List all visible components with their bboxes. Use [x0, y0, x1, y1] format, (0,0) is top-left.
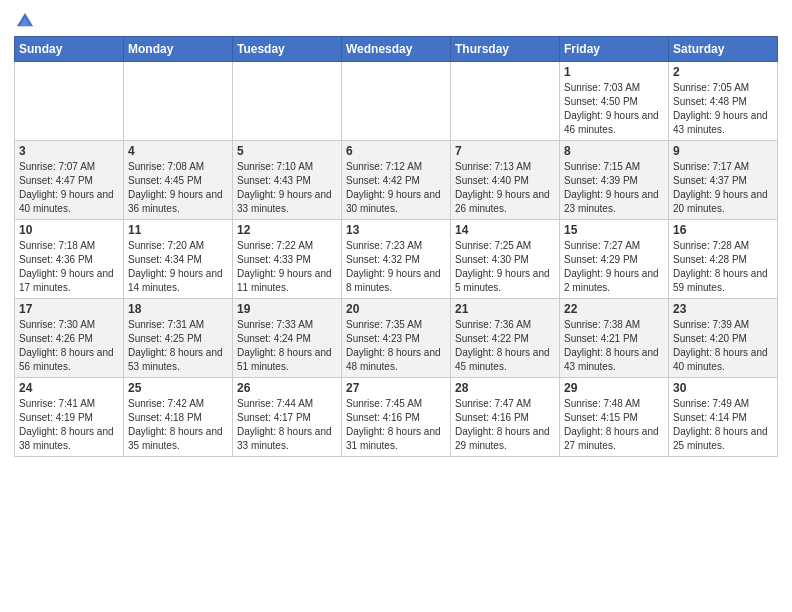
day-info: Sunrise: 7:05 AM Sunset: 4:48 PM Dayligh…	[673, 81, 773, 137]
day-number: 24	[19, 381, 119, 395]
day-number: 13	[346, 223, 446, 237]
week-row-0: 1Sunrise: 7:03 AM Sunset: 4:50 PM Daylig…	[15, 62, 778, 141]
day-number: 22	[564, 302, 664, 316]
logo-icon	[14, 10, 36, 32]
day-cell: 7Sunrise: 7:13 AM Sunset: 4:40 PM Daylig…	[451, 141, 560, 220]
day-cell: 27Sunrise: 7:45 AM Sunset: 4:16 PM Dayli…	[342, 378, 451, 457]
col-header-wednesday: Wednesday	[342, 37, 451, 62]
week-row-2: 10Sunrise: 7:18 AM Sunset: 4:36 PM Dayli…	[15, 220, 778, 299]
day-number: 26	[237, 381, 337, 395]
day-number: 6	[346, 144, 446, 158]
day-number: 2	[673, 65, 773, 79]
day-cell: 18Sunrise: 7:31 AM Sunset: 4:25 PM Dayli…	[124, 299, 233, 378]
day-cell: 20Sunrise: 7:35 AM Sunset: 4:23 PM Dayli…	[342, 299, 451, 378]
day-number: 19	[237, 302, 337, 316]
week-row-4: 24Sunrise: 7:41 AM Sunset: 4:19 PM Dayli…	[15, 378, 778, 457]
day-cell: 10Sunrise: 7:18 AM Sunset: 4:36 PM Dayli…	[15, 220, 124, 299]
week-row-3: 17Sunrise: 7:30 AM Sunset: 4:26 PM Dayli…	[15, 299, 778, 378]
day-cell	[342, 62, 451, 141]
day-cell: 15Sunrise: 7:27 AM Sunset: 4:29 PM Dayli…	[560, 220, 669, 299]
day-cell: 12Sunrise: 7:22 AM Sunset: 4:33 PM Dayli…	[233, 220, 342, 299]
day-number: 1	[564, 65, 664, 79]
week-row-1: 3Sunrise: 7:07 AM Sunset: 4:47 PM Daylig…	[15, 141, 778, 220]
day-info: Sunrise: 7:49 AM Sunset: 4:14 PM Dayligh…	[673, 397, 773, 453]
day-cell: 13Sunrise: 7:23 AM Sunset: 4:32 PM Dayli…	[342, 220, 451, 299]
col-header-tuesday: Tuesday	[233, 37, 342, 62]
day-info: Sunrise: 7:36 AM Sunset: 4:22 PM Dayligh…	[455, 318, 555, 374]
day-info: Sunrise: 7:15 AM Sunset: 4:39 PM Dayligh…	[564, 160, 664, 216]
day-info: Sunrise: 7:35 AM Sunset: 4:23 PM Dayligh…	[346, 318, 446, 374]
day-info: Sunrise: 7:45 AM Sunset: 4:16 PM Dayligh…	[346, 397, 446, 453]
col-header-monday: Monday	[124, 37, 233, 62]
col-header-friday: Friday	[560, 37, 669, 62]
day-number: 21	[455, 302, 555, 316]
day-info: Sunrise: 7:28 AM Sunset: 4:28 PM Dayligh…	[673, 239, 773, 295]
day-info: Sunrise: 7:03 AM Sunset: 4:50 PM Dayligh…	[564, 81, 664, 137]
day-cell: 26Sunrise: 7:44 AM Sunset: 4:17 PM Dayli…	[233, 378, 342, 457]
day-number: 25	[128, 381, 228, 395]
day-cell: 19Sunrise: 7:33 AM Sunset: 4:24 PM Dayli…	[233, 299, 342, 378]
day-number: 27	[346, 381, 446, 395]
day-info: Sunrise: 7:30 AM Sunset: 4:26 PM Dayligh…	[19, 318, 119, 374]
col-header-sunday: Sunday	[15, 37, 124, 62]
day-number: 3	[19, 144, 119, 158]
day-cell: 6Sunrise: 7:12 AM Sunset: 4:42 PM Daylig…	[342, 141, 451, 220]
day-info: Sunrise: 7:48 AM Sunset: 4:15 PM Dayligh…	[564, 397, 664, 453]
day-number: 16	[673, 223, 773, 237]
main-container: SundayMondayTuesdayWednesdayThursdayFrid…	[0, 0, 792, 463]
day-number: 15	[564, 223, 664, 237]
day-cell: 1Sunrise: 7:03 AM Sunset: 4:50 PM Daylig…	[560, 62, 669, 141]
col-header-saturday: Saturday	[669, 37, 778, 62]
day-number: 11	[128, 223, 228, 237]
day-info: Sunrise: 7:47 AM Sunset: 4:16 PM Dayligh…	[455, 397, 555, 453]
day-number: 30	[673, 381, 773, 395]
day-info: Sunrise: 7:44 AM Sunset: 4:17 PM Dayligh…	[237, 397, 337, 453]
day-cell: 30Sunrise: 7:49 AM Sunset: 4:14 PM Dayli…	[669, 378, 778, 457]
day-info: Sunrise: 7:41 AM Sunset: 4:19 PM Dayligh…	[19, 397, 119, 453]
day-info: Sunrise: 7:07 AM Sunset: 4:47 PM Dayligh…	[19, 160, 119, 216]
day-info: Sunrise: 7:38 AM Sunset: 4:21 PM Dayligh…	[564, 318, 664, 374]
day-info: Sunrise: 7:42 AM Sunset: 4:18 PM Dayligh…	[128, 397, 228, 453]
day-number: 18	[128, 302, 228, 316]
day-cell: 9Sunrise: 7:17 AM Sunset: 4:37 PM Daylig…	[669, 141, 778, 220]
day-number: 4	[128, 144, 228, 158]
day-info: Sunrise: 7:27 AM Sunset: 4:29 PM Dayligh…	[564, 239, 664, 295]
day-info: Sunrise: 7:20 AM Sunset: 4:34 PM Dayligh…	[128, 239, 228, 295]
day-info: Sunrise: 7:39 AM Sunset: 4:20 PM Dayligh…	[673, 318, 773, 374]
day-number: 10	[19, 223, 119, 237]
day-cell: 22Sunrise: 7:38 AM Sunset: 4:21 PM Dayli…	[560, 299, 669, 378]
day-number: 9	[673, 144, 773, 158]
day-number: 12	[237, 223, 337, 237]
day-number: 29	[564, 381, 664, 395]
day-info: Sunrise: 7:31 AM Sunset: 4:25 PM Dayligh…	[128, 318, 228, 374]
day-info: Sunrise: 7:12 AM Sunset: 4:42 PM Dayligh…	[346, 160, 446, 216]
day-cell: 24Sunrise: 7:41 AM Sunset: 4:19 PM Dayli…	[15, 378, 124, 457]
day-cell: 4Sunrise: 7:08 AM Sunset: 4:45 PM Daylig…	[124, 141, 233, 220]
calendar-table: SundayMondayTuesdayWednesdayThursdayFrid…	[14, 36, 778, 457]
day-number: 23	[673, 302, 773, 316]
day-cell: 25Sunrise: 7:42 AM Sunset: 4:18 PM Dayli…	[124, 378, 233, 457]
day-cell: 2Sunrise: 7:05 AM Sunset: 4:48 PM Daylig…	[669, 62, 778, 141]
day-cell: 23Sunrise: 7:39 AM Sunset: 4:20 PM Dayli…	[669, 299, 778, 378]
day-number: 7	[455, 144, 555, 158]
day-cell: 17Sunrise: 7:30 AM Sunset: 4:26 PM Dayli…	[15, 299, 124, 378]
day-cell: 16Sunrise: 7:28 AM Sunset: 4:28 PM Dayli…	[669, 220, 778, 299]
day-number: 17	[19, 302, 119, 316]
day-cell	[451, 62, 560, 141]
day-cell: 3Sunrise: 7:07 AM Sunset: 4:47 PM Daylig…	[15, 141, 124, 220]
day-info: Sunrise: 7:17 AM Sunset: 4:37 PM Dayligh…	[673, 160, 773, 216]
day-info: Sunrise: 7:10 AM Sunset: 4:43 PM Dayligh…	[237, 160, 337, 216]
day-cell: 21Sunrise: 7:36 AM Sunset: 4:22 PM Dayli…	[451, 299, 560, 378]
day-number: 5	[237, 144, 337, 158]
day-info: Sunrise: 7:13 AM Sunset: 4:40 PM Dayligh…	[455, 160, 555, 216]
logo	[14, 10, 40, 32]
header	[14, 10, 778, 32]
day-cell: 5Sunrise: 7:10 AM Sunset: 4:43 PM Daylig…	[233, 141, 342, 220]
day-number: 8	[564, 144, 664, 158]
header-row: SundayMondayTuesdayWednesdayThursdayFrid…	[15, 37, 778, 62]
day-cell: 29Sunrise: 7:48 AM Sunset: 4:15 PM Dayli…	[560, 378, 669, 457]
day-info: Sunrise: 7:23 AM Sunset: 4:32 PM Dayligh…	[346, 239, 446, 295]
day-info: Sunrise: 7:33 AM Sunset: 4:24 PM Dayligh…	[237, 318, 337, 374]
day-cell	[15, 62, 124, 141]
day-cell: 8Sunrise: 7:15 AM Sunset: 4:39 PM Daylig…	[560, 141, 669, 220]
